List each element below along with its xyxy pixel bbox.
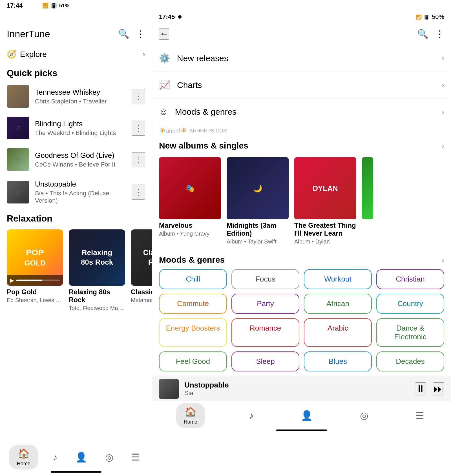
mood-chip-african[interactable]: African: [304, 294, 372, 314]
album-art-text-dylan: DYLAN: [313, 184, 338, 193]
music-icon-left: ♪: [53, 452, 58, 463]
battery-right: 50%: [432, 13, 444, 21]
battery-left: 51%: [59, 3, 69, 9]
menu-button-left[interactable]: ⋮: [136, 28, 145, 39]
mood-chip-blues[interactable]: Blues: [304, 351, 372, 371]
skip-button[interactable]: ⏭: [433, 382, 444, 395]
moods-chevron: ›: [442, 107, 444, 116]
album-thumb-dylan: DYLAN: [294, 157, 356, 219]
track-menu-2[interactable]: ⋮: [132, 121, 145, 136]
nav-item-new-releases[interactable]: ⚙️ New releases ›: [152, 45, 451, 72]
mood-chip-energy[interactable]: Energy Boosters: [159, 318, 227, 347]
mood-chip-sleep[interactable]: Sleep: [231, 351, 299, 371]
new-releases-icon: ⚙️: [159, 53, 170, 64]
nav-tab-disc-right[interactable]: ◎: [357, 408, 372, 423]
track-thumb-3: 🎵: [7, 148, 29, 171]
nav-item-moods[interactable]: ☺ Moods & genres ›: [152, 99, 451, 125]
status-dot: [178, 15, 182, 19]
nav-tab-user-left[interactable]: 👤: [72, 449, 90, 465]
track-thumb-1: 🎵: [7, 85, 29, 108]
nav-tab-music-right[interactable]: ♪: [246, 408, 257, 423]
explore-section[interactable]: 🧭 Explore ›: [0, 45, 152, 63]
mood-chip-romance[interactable]: Romance: [231, 318, 299, 347]
bottom-nav-left-container: 🏠 Home ♪ 👤 ◎ ☰: [0, 443, 152, 476]
mood-chip-arabic[interactable]: Arabic: [304, 318, 372, 347]
nav-tab-disc-left[interactable]: ◎: [102, 449, 117, 465]
nav-tab-music-left[interactable]: ♪: [49, 450, 61, 465]
playlist-card-rock[interactable]: Relaxing80s Rock Relaxing 80s Rock Toto,…: [69, 229, 125, 311]
playlist-title-pop: Pop Gold: [7, 288, 63, 296]
disc-icon-right: ◎: [360, 410, 368, 421]
charts-icon: 📈: [159, 80, 170, 90]
album-card-marvelous[interactable]: 🎭 Marvelous Album • Yung Gravy: [159, 157, 221, 245]
menu-button-right[interactable]: ⋮: [435, 28, 444, 39]
track-item-2[interactable]: 🎵 Blinding Lights The Weeknd • Blinding …: [0, 112, 152, 144]
user-icon-left: 👤: [75, 451, 87, 463]
status-icons-left: 📶 📳 51%: [42, 3, 69, 9]
nav-tab-queue-right[interactable]: ☰: [412, 408, 427, 423]
bottom-indicator-right: [152, 429, 451, 434]
mood-chip-decades[interactable]: Decades: [376, 351, 444, 371]
playlist-artists-rock: Toto, Fleetwood Mac, Queen, Phil Collins: [69, 305, 125, 311]
album-card-midnights[interactable]: 🌙 Midnights (3am Edition) Album • Taylor…: [227, 157, 289, 245]
track-menu-4[interactable]: ⋮: [132, 185, 145, 200]
track-item-4[interactable]: 🎵 Unstoppable Sia • This Is Acting (Delu…: [0, 175, 152, 209]
moods-header: Moods & genres ›: [152, 251, 451, 267]
app-header-right: ← 🔍 ⋮: [152, 23, 451, 45]
mood-chip-party[interactable]: Party: [231, 294, 299, 314]
playlist-artists-classical: Metamorphose String Orchestra, Pavel Lyu…: [131, 297, 152, 304]
nav-tab-home-left[interactable]: 🏠 Home: [9, 445, 38, 470]
track-item[interactable]: 🎵 Tennessee Whiskey Chris Stapleton • Tr…: [0, 81, 152, 112]
track-thumb-2: 🎵: [7, 117, 29, 139]
track-menu-3[interactable]: ⋮: [132, 152, 145, 167]
now-playing-bar[interactable]: Unstoppable Sia ⏸ ⏭: [152, 376, 451, 401]
track-artist-2: The Weeknd • Blinding Lights: [35, 129, 126, 137]
left-time: 17:44: [7, 2, 23, 9]
quick-picks-title: Quick picks: [0, 63, 152, 81]
track-menu-1[interactable]: ⋮: [132, 89, 145, 104]
search-button-left[interactable]: 🔍: [118, 28, 129, 39]
album-thumb-marvelous: 🎭: [159, 157, 221, 219]
moods-label: Moods & genres: [175, 107, 435, 117]
track-info-3: Goodness Of God (Live) CeCe Winans • Bel…: [35, 151, 126, 168]
playlist-card-pop[interactable]: POPGOLD ▶ Pop Gold Ed Sheeran, Lewis Cap…: [7, 229, 63, 311]
nav-tab-queue-left[interactable]: ☰: [128, 449, 143, 465]
mood-chip-chill[interactable]: Chill: [159, 269, 227, 289]
relaxation-title: Relaxation: [0, 209, 152, 226]
pause-button[interactable]: ⏸: [415, 382, 426, 395]
playlist-thumb-pop: POPGOLD ▶: [7, 229, 63, 286]
status-bar-left: 17:44 📶 📳 51%: [0, 0, 152, 11]
album-card-dylan[interactable]: DYLAN The Greatest Thing I'll Never Lear…: [294, 157, 356, 245]
mood-chip-dance[interactable]: Dance & Electronic: [376, 318, 444, 347]
track-item-3[interactable]: 🎵 Goodness Of God (Live) CeCe Winans • B…: [0, 144, 152, 175]
queue-icon-left: ☰: [131, 451, 140, 463]
album-card-4: [362, 157, 373, 245]
mood-chip-commute[interactable]: Commute: [159, 294, 227, 314]
mood-chip-country[interactable]: Country: [376, 294, 444, 314]
nav-indicator-left: [51, 471, 101, 473]
home-icon-left: 🏠: [18, 448, 30, 459]
nav-tab-home-right[interactable]: 🏠 Home: [176, 403, 205, 428]
search-button-right[interactable]: 🔍: [417, 28, 428, 39]
albums-scroll: 🎭 Marvelous Album • Yung Gravy 🌙 Midnigh…: [152, 155, 451, 251]
track-info-1: Tennessee Whiskey Chris Stapleton • Trav…: [35, 88, 126, 105]
album-title-dylan: The Greatest Thing I'll Never Learn: [294, 222, 356, 237]
back-button[interactable]: ←: [159, 28, 169, 40]
nav-item-charts[interactable]: 📈 Charts ›: [152, 72, 451, 99]
nav-tab-user-right[interactable]: 👤: [297, 408, 316, 423]
track-name-3: Goodness Of God (Live): [35, 151, 126, 160]
signal-icon-right: 📳: [424, 14, 430, 20]
track-info-4: Unstoppable Sia • This Is Acting (Deluxe…: [35, 180, 126, 204]
mood-chip-feelgood[interactable]: Feel Good: [159, 351, 227, 371]
mood-chip-christian[interactable]: Christian: [376, 269, 444, 289]
charts-label: Charts: [177, 80, 435, 90]
mood-chip-focus[interactable]: Focus: [231, 269, 299, 289]
track-name-4: Unstoppable: [35, 180, 126, 189]
mood-chip-workout[interactable]: Workout: [304, 269, 372, 289]
relaxation-scroll: POPGOLD ▶ Pop Gold Ed Sheeran, Lewis Cap…: [0, 226, 152, 317]
watermark: 🧚ahhhf🧚 AHHHHPS.COM: [152, 125, 451, 136]
playlist-card-classical[interactable]: ClassicalFocus Classical Focus Metamorph…: [131, 229, 152, 311]
now-playing-controls: ⏸ ⏭: [415, 382, 444, 395]
status-left: 17:44 📶 📳 51%: [0, 2, 76, 9]
queue-icon-right: ☰: [415, 410, 424, 421]
